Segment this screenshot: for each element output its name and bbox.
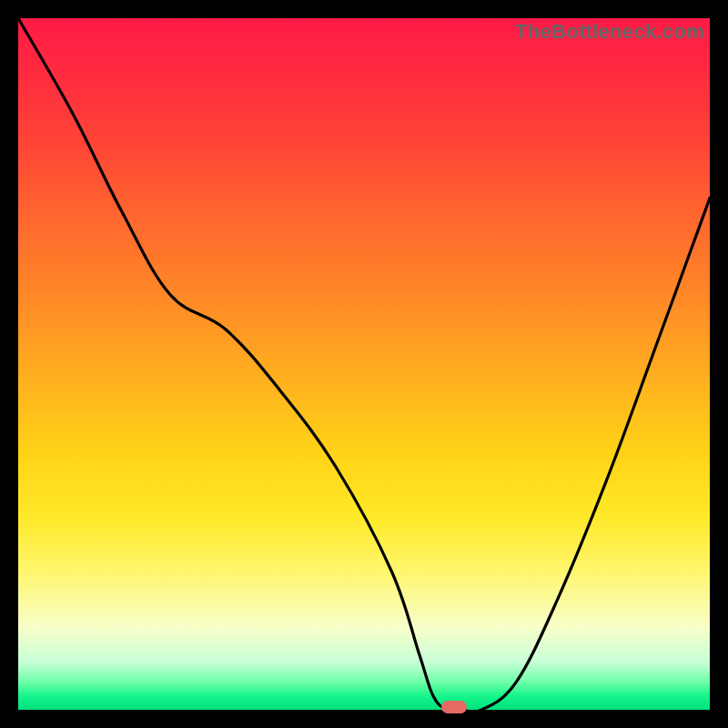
optimal-marker: [441, 701, 467, 713]
chart-frame: TheBottleneck.com: [0, 0, 728, 728]
curve-path: [18, 18, 710, 712]
plot-area: TheBottleneck.com: [18, 18, 710, 710]
bottleneck-curve: [18, 18, 710, 710]
